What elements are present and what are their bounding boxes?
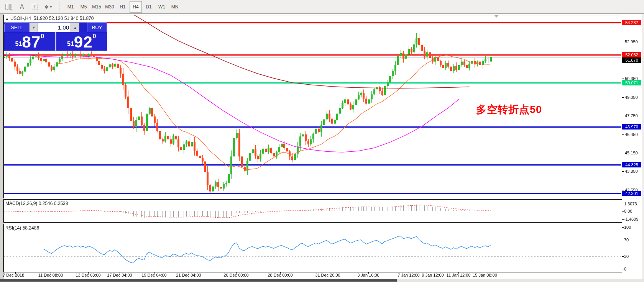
timeframe-button-d1[interactable]: D1 bbox=[143, 1, 155, 13]
time-axis-label: 11 Jan 12:00 bbox=[447, 273, 471, 277]
timeframe-button-m1[interactable]: M1 bbox=[64, 1, 77, 13]
timeframe-button-w1[interactable]: W1 bbox=[156, 1, 168, 13]
sell-price-prefix: 51 bbox=[15, 41, 22, 48]
price-axis-tick: 45.150 bbox=[625, 151, 644, 155]
buy-price-prefix: 51 bbox=[67, 41, 74, 48]
timeframe-button-m15[interactable]: M15 bbox=[90, 1, 103, 13]
time-axis-label: 28 Dec 00:00 bbox=[268, 273, 292, 277]
chart-shift-marker[interactable] bbox=[494, 15, 499, 18]
volume-increase-button[interactable]: ▲ bbox=[71, 23, 79, 32]
timeframe-button-h4[interactable]: H4 bbox=[130, 1, 142, 13]
scrollbar-thumb[interactable] bbox=[0, 279, 397, 282]
text-label-icon[interactable]: T bbox=[29, 1, 41, 13]
sell-price-display[interactable]: 51 87 0 bbox=[4, 32, 55, 51]
volume-input[interactable] bbox=[38, 23, 71, 32]
price-level-badge: 42.301 bbox=[622, 191, 641, 196]
buy-button[interactable]: BUY bbox=[87, 23, 107, 32]
left-window-border bbox=[0, 14, 3, 282]
price-level-badge: 52.032 bbox=[622, 52, 641, 57]
price-level-badge: 51.870 bbox=[622, 57, 641, 63]
price-axis-tick: 49.050 bbox=[625, 95, 644, 100]
rsi-label: RSI(14) 58.2486 bbox=[5, 225, 39, 231]
mt4-window: F A T ❖ ▾ M1M5M15M30H1H4D1W1MN ▲USOil-,H… bbox=[0, 0, 644, 282]
time-axis-label: 11 Dec 08:00 bbox=[38, 273, 63, 277]
price-axis-tick: 43.850 bbox=[625, 169, 644, 174]
time-axis-label: 3 Jan 16:00 bbox=[357, 273, 380, 277]
symbol-name: USOil-,H4 bbox=[10, 16, 31, 21]
rsi-scale-label: 100 bbox=[624, 225, 631, 230]
toolbar-separator bbox=[57, 2, 59, 12]
toolbar: F A T ❖ ▾ M1M5M15M30H1H4D1W1MN bbox=[0, 0, 644, 14]
timeframe-button-m5[interactable]: M5 bbox=[77, 1, 90, 13]
price-level-badge: 46.970 bbox=[622, 124, 641, 130]
macd-scale-label: 0.00 bbox=[624, 209, 632, 213]
time-axis-label: 31 Dec 20:00 bbox=[315, 273, 340, 277]
rsi-scale-label: 30 bbox=[624, 254, 629, 259]
styles-dropdown-icon[interactable]: ❖ ▾ bbox=[42, 1, 54, 13]
time-axis-label: 21 Dec 04:00 bbox=[176, 273, 201, 277]
macd-label: MACD(12,26,9) 0.2546 0.2538 bbox=[5, 201, 68, 206]
chart-text-annotation: 多空转折点50 bbox=[476, 103, 542, 116]
time-axis-label: 26 Dec 00:00 bbox=[223, 273, 248, 277]
time-axis-label: 9 Jan 12:00 bbox=[422, 273, 444, 277]
buy-price-main: 92 bbox=[74, 35, 93, 49]
time-axis-label: 13 Dec 08:00 bbox=[76, 273, 100, 277]
profile-grid-icon[interactable]: F bbox=[3, 1, 15, 13]
toolbar-icon-group: F A T ❖ ▾ bbox=[0, 0, 54, 13]
rsi-scale-label: 0 bbox=[624, 267, 626, 271]
time-axis-label: 19 Dec 04:00 bbox=[141, 273, 166, 277]
time-axis-label: 7 Dec 2018 bbox=[3, 273, 24, 277]
horizontal-scrollbar[interactable] bbox=[0, 279, 644, 282]
timeframe-button-m30[interactable]: M30 bbox=[104, 1, 116, 13]
font-icon[interactable]: A bbox=[16, 1, 28, 13]
macd-scale-label: 1.3073 bbox=[624, 202, 637, 206]
buy-price-sup: 0 bbox=[93, 33, 96, 40]
timeframe-button-h1[interactable]: H1 bbox=[117, 1, 129, 13]
time-axis-label: 15 Jan 08:00 bbox=[473, 273, 497, 277]
ohlc-values: 51.920 52.130 51.840 51.870 bbox=[34, 16, 94, 21]
timeframe-button-mn[interactable]: MN bbox=[169, 1, 181, 13]
volume-decrease-button[interactable]: ▼ bbox=[30, 23, 38, 32]
price-axis-tick: 52.950 bbox=[625, 39, 644, 44]
rsi-scale-label: 70 bbox=[624, 238, 629, 242]
sell-price-main: 87 bbox=[22, 35, 41, 49]
price-axis-tick: 46.450 bbox=[625, 132, 644, 137]
symbol-info: ▲USOil-,H4 51.920 52.130 51.840 51.870 bbox=[5, 16, 94, 21]
collapse-triangle-icon[interactable]: ▲ bbox=[5, 17, 9, 21]
price-level-badge: 44.325 bbox=[622, 162, 641, 167]
macd-scale-label: -1.4609 bbox=[624, 217, 638, 221]
sell-button[interactable]: SELL bbox=[4, 23, 30, 32]
price-level-badge: 54.287 bbox=[622, 20, 641, 25]
price-level-badge: 50.071 bbox=[622, 80, 641, 85]
time-axis-label: 7 Jan 12:00 bbox=[398, 273, 420, 277]
timeframe-toolbar: M1M5M15M30H1H4D1W1MN bbox=[62, 0, 181, 13]
price-axis-tick: 47.750 bbox=[625, 113, 644, 118]
one-click-trading-panel: SELL ▼ ▲ BUY 51 87 0 51 92 0 bbox=[4, 22, 107, 51]
buy-price-display[interactable]: 51 92 0 bbox=[56, 32, 107, 51]
sell-price-sup: 0 bbox=[41, 33, 44, 40]
right-window-border bbox=[642, 14, 644, 279]
time-axis-label: 17 Dec 04:00 bbox=[107, 273, 132, 277]
